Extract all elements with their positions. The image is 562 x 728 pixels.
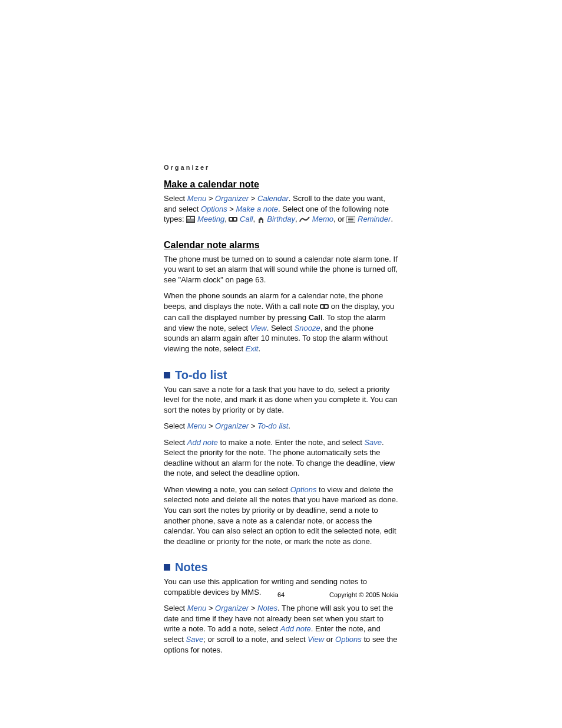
link-view[interactable]: View bbox=[308, 635, 324, 644]
svg-rect-2 bbox=[191, 217, 194, 219]
link-organizer[interactable]: Organizer bbox=[215, 421, 249, 430]
heading-calendar-note-alarms: Calendar note alarms bbox=[164, 240, 398, 251]
memo-icon bbox=[299, 215, 310, 226]
birthday-icon bbox=[257, 215, 265, 226]
reminder-icon bbox=[346, 215, 355, 226]
link-call[interactable]: Call bbox=[240, 215, 253, 223]
text: , bbox=[253, 215, 257, 223]
link-options[interactable]: Options bbox=[201, 205, 227, 213]
text: . bbox=[258, 344, 260, 353]
link-birthday[interactable]: Birthday bbox=[267, 215, 295, 223]
page-footer: 64 Copyright © 2005 Nokia bbox=[164, 591, 398, 598]
page: Organizer Make a calendar note Select Me… bbox=[0, 0, 562, 728]
paragraph: Select Menu > Organizer > Calendar. Scro… bbox=[164, 193, 398, 226]
paragraph: Select Menu > Organizer > To-do list. bbox=[164, 421, 398, 431]
heading-text: To-do list bbox=[175, 368, 227, 381]
text: > bbox=[249, 194, 257, 203]
link-organizer[interactable]: Organizer bbox=[215, 194, 249, 203]
breadcrumb: Organizer bbox=[164, 164, 398, 171]
text: . bbox=[288, 421, 290, 430]
heading-make-calendar-note: Make a calendar note bbox=[164, 179, 398, 190]
svg-rect-13 bbox=[321, 305, 323, 308]
text: Select bbox=[164, 421, 187, 430]
link-menu[interactable]: Menu bbox=[187, 421, 207, 430]
text: ; or scroll to a note, and select bbox=[203, 635, 308, 644]
link-calendar[interactable]: Calendar bbox=[257, 194, 289, 203]
svg-rect-6 bbox=[234, 218, 236, 220]
link-make-a-note[interactable]: Make a note bbox=[236, 205, 279, 213]
square-bullet-icon bbox=[164, 372, 170, 378]
call-icon bbox=[229, 215, 237, 226]
link-snooze[interactable]: Snooze bbox=[295, 324, 320, 332]
heading-to-do-list: To-do list bbox=[164, 368, 398, 382]
link-reminder[interactable]: Reminder bbox=[358, 215, 391, 223]
link-menu[interactable]: Menu bbox=[187, 194, 207, 203]
link-notes[interactable]: Notes bbox=[257, 604, 277, 612]
link-to-do-list[interactable]: To-do list bbox=[257, 421, 288, 430]
svg-rect-5 bbox=[230, 218, 232, 220]
text: > bbox=[249, 604, 257, 612]
svg-rect-14 bbox=[325, 305, 328, 308]
link-add-note[interactable]: Add note bbox=[187, 438, 218, 447]
text: Select bbox=[164, 604, 187, 612]
page-number: 64 bbox=[277, 591, 285, 598]
text: > bbox=[227, 205, 236, 213]
paragraph: You can save a note for a task that you … bbox=[164, 384, 398, 416]
paragraph: Select Add note to make a note. Enter th… bbox=[164, 437, 398, 479]
link-meeting[interactable]: Meeting bbox=[197, 215, 224, 223]
paragraph: When viewing a note, you can select Opti… bbox=[164, 485, 398, 546]
text: to view and delete the selected note and… bbox=[164, 485, 398, 546]
text: > bbox=[206, 194, 215, 203]
svg-rect-1 bbox=[187, 217, 190, 219]
text: , or bbox=[333, 215, 346, 223]
call-note-icon bbox=[320, 302, 329, 313]
link-save[interactable]: Save bbox=[186, 635, 204, 644]
text: Select bbox=[164, 438, 187, 447]
link-options[interactable]: Options bbox=[335, 635, 362, 644]
link-options[interactable]: Options bbox=[290, 485, 317, 494]
svg-rect-3 bbox=[187, 219, 194, 222]
text: > bbox=[206, 604, 215, 612]
text: . Select bbox=[267, 324, 295, 332]
text: . bbox=[391, 215, 393, 223]
text: > bbox=[249, 421, 257, 430]
link-save[interactable]: Save bbox=[364, 438, 382, 447]
square-bullet-icon bbox=[164, 564, 170, 571]
link-memo[interactable]: Memo bbox=[312, 215, 333, 223]
paragraph: When the phone sounds an alarm for a cal… bbox=[164, 291, 398, 354]
link-organizer[interactable]: Organizer bbox=[215, 604, 249, 612]
link-add-note[interactable]: Add note bbox=[280, 624, 311, 633]
text: or bbox=[324, 635, 335, 644]
key-call: Call bbox=[309, 313, 323, 322]
text: , bbox=[295, 215, 299, 223]
paragraph: The phone must be turned on to sound a c… bbox=[164, 254, 398, 285]
heading-text: Notes bbox=[175, 561, 208, 574]
text: to make a note. Enter the note, and sele… bbox=[218, 438, 365, 447]
heading-notes: Notes bbox=[164, 561, 398, 574]
text: , bbox=[224, 215, 229, 223]
link-view[interactable]: View bbox=[250, 324, 267, 332]
text: > bbox=[206, 421, 215, 430]
text: Select bbox=[164, 194, 187, 203]
copyright: Copyright © 2005 Nokia bbox=[329, 591, 398, 598]
link-menu[interactable]: Menu bbox=[187, 604, 207, 612]
svg-rect-7 bbox=[260, 220, 262, 223]
paragraph: Select Menu > Organizer > Notes. The pho… bbox=[164, 603, 398, 655]
link-exit[interactable]: Exit bbox=[246, 344, 259, 353]
meeting-icon bbox=[186, 215, 195, 226]
text: When viewing a note, you can select bbox=[164, 485, 290, 494]
